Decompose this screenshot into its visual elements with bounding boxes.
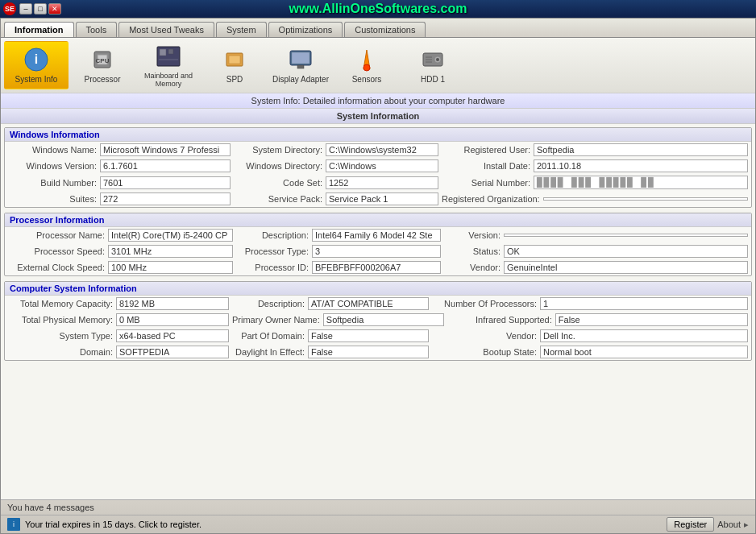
- toolbar-hdd1[interactable]: HDD 1: [401, 41, 465, 89]
- toolbar-sensors[interactable]: Sensors: [334, 41, 399, 89]
- toolbar-display-adapter[interactable]: Display Adapter: [268, 41, 333, 89]
- info-description-bar: System Info: Detailed information about …: [1, 93, 755, 109]
- windows-row-2: Windows Version: 6.1.7601 Windows Direct…: [5, 158, 751, 174]
- content-area: Windows Information Windows Name: Micros…: [1, 124, 755, 499]
- proc-vendor-value: GenuineIntel: [504, 261, 748, 274]
- svg-text:CPU: CPU: [96, 57, 110, 64]
- comp-vendor-value: Dell Inc.: [540, 329, 748, 342]
- suites-label: Suites:: [8, 194, 97, 204]
- sys-dir-label: System Directory:: [234, 145, 322, 155]
- computer-row-2: Total Physical Memory: 0 MB Primary Owne…: [5, 312, 751, 328]
- computer-row-3: System Type: x64-based PC Part Of Domain…: [5, 328, 751, 344]
- proc-name-label: Processor Name:: [8, 230, 105, 240]
- register-button[interactable]: Register: [667, 517, 714, 532]
- toolbar-sensors-label: Sensors: [352, 75, 382, 84]
- minimize-button[interactable]: –: [19, 3, 32, 14]
- win-name-label: Windows Name:: [8, 145, 97, 155]
- proc-speed-label: Processor Speed:: [8, 246, 105, 256]
- tab-tools[interactable]: Tools: [76, 22, 118, 37]
- owner-label: Primary Owner Name:: [232, 315, 320, 325]
- processor-row-1: Processor Name: Intel(R) Core(TM) i5-240…: [5, 227, 751, 243]
- proc-name-value: Intel(R) Core(TM) i5-2400 CP: [108, 229, 233, 242]
- toolbar-system-info[interactable]: i System Info: [4, 41, 69, 89]
- win-ver-label: Windows Version:: [8, 161, 97, 171]
- phys-mem-value: 0 MB: [116, 313, 229, 326]
- windows-info-title: Windows Information: [5, 128, 751, 142]
- toolbar-display-adapter-label: Display Adapter: [272, 75, 329, 84]
- svg-point-18: [436, 58, 439, 61]
- website-label: www.AllinOneSoftwares.com: [289, 2, 467, 16]
- domain-part-label: Part Of Domain:: [232, 331, 305, 341]
- infrared-label: Infrared Supported:: [447, 315, 552, 325]
- daylight-label: Daylight In Effect:: [232, 347, 305, 357]
- toolbar-mainboard[interactable]: Mainboard and Memory: [136, 41, 201, 89]
- close-button[interactable]: ✕: [48, 3, 61, 14]
- status-messages: You have 4 messages: [1, 500, 755, 515]
- maximize-button[interactable]: □: [34, 3, 47, 14]
- infrared-value: False: [555, 313, 748, 326]
- comp-desc-value: AT/AT COMPATIBLE: [308, 297, 429, 310]
- win-name-value: Microsoft Windows 7 Professi: [100, 143, 231, 156]
- proc-status-value: OK: [504, 245, 748, 258]
- domain-value: SOFTPEDIA: [116, 346, 229, 358]
- tab-bar: Information Tools Most Used Tweaks Syste…: [1, 19, 755, 38]
- trial-message[interactable]: Your trial expires in 15 days. Click to …: [25, 520, 662, 529]
- num-proc-label: Number Of Processors:: [432, 299, 537, 308]
- mainboard-icon: [156, 43, 181, 69]
- more-icon[interactable]: ▸: [744, 520, 749, 530]
- code-set-value: 1252: [326, 176, 438, 189]
- sys-dir-value: C:\Windows\system32: [326, 143, 438, 156]
- tab-system[interactable]: System: [216, 22, 267, 37]
- status-bar: You have 4 messages i Your trial expires…: [1, 499, 755, 533]
- bootup-value: Normal boot: [540, 346, 748, 358]
- about-link[interactable]: About: [717, 520, 741, 529]
- ext-clock-label: External Clock Speed:: [8, 263, 105, 272]
- proc-type-label: Processor Type:: [236, 246, 309, 256]
- proc-type-value: 3: [312, 245, 441, 258]
- domain-part-value: False: [308, 329, 429, 342]
- toolbar-mainboard-label: Mainboard and Memory: [137, 72, 200, 88]
- svg-text:i: i: [35, 52, 38, 66]
- install-date-label: Install Date:: [442, 161, 530, 171]
- status-right-buttons: Register About ▸: [667, 517, 749, 532]
- proc-id-value: BFEBFBFF000206A7: [312, 261, 441, 274]
- toolbar-processor-label: Processor: [84, 75, 120, 84]
- sensors-icon: [354, 47, 380, 72]
- svg-rect-13: [297, 65, 304, 68]
- hdd1-icon: [420, 47, 446, 72]
- proc-speed-value: 3101 MHz: [108, 245, 233, 258]
- display-adapter-icon: [288, 47, 314, 72]
- num-proc-value: 1: [540, 297, 748, 310]
- reg-user-label: Registered User:: [442, 145, 530, 155]
- total-mem-label: Total Memory Capacity:: [8, 299, 113, 308]
- computer-row-4: Domain: SOFTPEDIA Daylight In Effect: Fa…: [5, 344, 751, 360]
- svg-rect-7: [168, 49, 173, 54]
- bootup-label: Bootup State:: [432, 347, 537, 357]
- computer-info-title: Computer System Information: [5, 282, 751, 296]
- tab-information[interactable]: Information: [4, 22, 74, 37]
- sys-type-value: x64-based PC: [116, 329, 229, 342]
- proc-vendor-label: Vendor:: [444, 263, 501, 272]
- tab-customizations[interactable]: Customizations: [344, 22, 426, 37]
- svg-rect-6: [160, 49, 166, 56]
- tab-optimizations[interactable]: Optimizations: [268, 22, 343, 37]
- win-dir-label: Windows Directory:: [234, 161, 322, 171]
- proc-desc-value: Intel64 Family 6 Model 42 Ste: [312, 229, 441, 242]
- spd-icon: [222, 47, 247, 72]
- code-set-label: Code Set:: [234, 178, 322, 188]
- toolbar-spd-label: SPD: [226, 75, 243, 84]
- section-header: System Information: [1, 109, 755, 124]
- toolbar-spd[interactable]: SPD: [202, 41, 267, 89]
- proc-ver-label: Version:: [444, 230, 501, 240]
- tab-most-used-tweaks[interactable]: Most Used Tweaks: [118, 22, 214, 37]
- svg-rect-10: [229, 56, 240, 64]
- processor-icon: CPU: [89, 47, 115, 72]
- proc-ver-value: [504, 234, 748, 237]
- install-date-value: 2011.10.18: [534, 159, 748, 172]
- app-logo: SE: [3, 2, 16, 15]
- system-info-icon: i: [23, 47, 49, 72]
- toolbar-processor[interactable]: CPU Processor: [70, 41, 135, 89]
- suites-value: 272: [100, 192, 231, 205]
- sys-type-label: System Type:: [8, 331, 113, 341]
- serial-num-value: ████ ███ █████ ██: [534, 176, 748, 189]
